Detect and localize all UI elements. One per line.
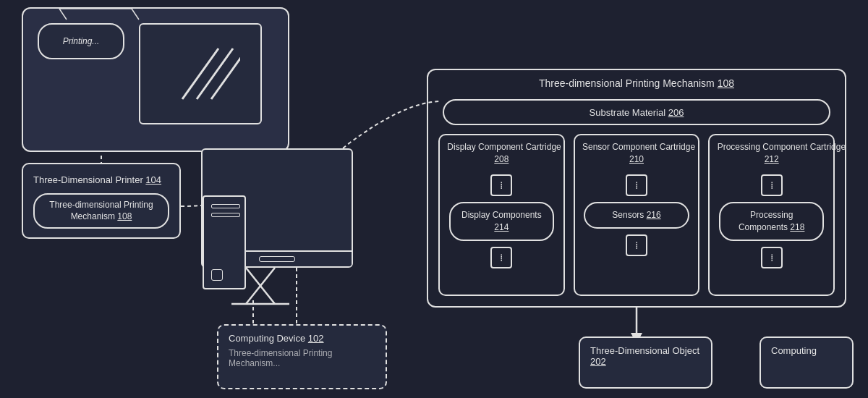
substrate-ref: 206 bbox=[668, 107, 684, 118]
computing-box: Computing bbox=[760, 336, 854, 389]
printing-label: Printing... bbox=[38, 23, 124, 59]
display-cartridge-ref: 208 bbox=[494, 154, 509, 164]
computing-device-box: Computing Device 102 Three-dimensional P… bbox=[217, 324, 387, 389]
object-ref: 202 bbox=[590, 356, 606, 367]
computer-tower bbox=[203, 195, 246, 289]
display-cartridge-box: Display Component Cartridge 208 ⁞ Displa… bbox=[438, 134, 565, 296]
processing-component-ref: 218 bbox=[790, 222, 804, 232]
display-component-box: Display Components 214 bbox=[449, 202, 554, 241]
printer-mechanism-sub: Three-dimensional Printing Mechanism 108 bbox=[33, 193, 169, 229]
processing-component-box: Processing Components 218 bbox=[719, 202, 824, 241]
tower-slot2 bbox=[211, 213, 240, 217]
substrate-box: Substrate Material 206 bbox=[443, 99, 830, 125]
object-label: Three-Dimensional Object bbox=[590, 345, 699, 356]
sensor-cartridge-title: Sensor Component Cartridge 210 bbox=[582, 141, 691, 166]
processing-cartridge-title: Processing Component Cartridge 212 bbox=[718, 141, 826, 166]
display-cartridge-label: Display Component Cartridge bbox=[447, 142, 561, 152]
mechanism-sub-label: Three-dimensional Printing Mechanism bbox=[49, 200, 153, 222]
computing-label: Computing bbox=[771, 345, 817, 356]
computing-device-sub-text: Three-dimensional Printing Mechanism bbox=[229, 348, 332, 368]
printer-main: Printing... bbox=[22, 7, 289, 152]
display-connector-bottom: ⁞ bbox=[490, 247, 512, 268]
mechanism-title-text: Three-dimensional Printing Mechanism bbox=[539, 77, 715, 89]
tower-button bbox=[211, 269, 223, 281]
sensor-cartridge-ref: 210 bbox=[629, 154, 644, 164]
display-cartridge-title: Display Component Cartridge 208 bbox=[447, 141, 556, 166]
computing-device-label: Computing Device bbox=[229, 333, 305, 344]
sensor-connector-bottom: ⁞ bbox=[626, 234, 647, 256]
mechanism-title-ref: 108 bbox=[718, 77, 734, 89]
computing-device-sub: Three-dimensional Printing Mechanism... bbox=[229, 348, 375, 368]
cartridges-container: Display Component Cartridge 208 ⁞ Displa… bbox=[438, 134, 835, 296]
sensor-component-box: Sensors 216 bbox=[584, 202, 689, 229]
processing-component-label: Processing Components bbox=[739, 210, 793, 232]
mechanism-outer-box: Three-dimensional Printing Mechanism 108… bbox=[427, 69, 846, 308]
sensor-connector-top: ⁞ bbox=[626, 174, 647, 196]
printer-info-title: Three-Dimensional Printer 104 bbox=[33, 173, 169, 187]
substrate-label: Substrate Material bbox=[590, 107, 666, 118]
sensor-component-label: Sensors bbox=[612, 210, 644, 220]
svg-line-6 bbox=[246, 268, 275, 304]
processing-cartridge-label: Processing Component Cartridge bbox=[718, 142, 846, 152]
tower-slot1 bbox=[211, 204, 240, 208]
computing-device-ref: 102 bbox=[308, 333, 324, 344]
processing-connector-bottom: ⁞ bbox=[761, 247, 783, 268]
printer-main-ref: 104 bbox=[145, 174, 161, 185]
processing-connector-top: ⁞ bbox=[761, 174, 783, 196]
processing-cartridge-ref: 212 bbox=[765, 154, 779, 164]
printer-info-box: Three-Dimensional Printer 104 Three-dime… bbox=[22, 163, 181, 239]
sensor-component-ref: 216 bbox=[647, 210, 661, 220]
svg-line-8 bbox=[182, 48, 218, 99]
svg-line-5 bbox=[246, 268, 275, 304]
monitor-indicator bbox=[259, 256, 295, 262]
printer-screen bbox=[139, 23, 262, 124]
printer-main-label: Three-Dimensional Printer bbox=[33, 174, 143, 185]
screen-lines-svg bbox=[161, 41, 240, 106]
display-component-ref: 214 bbox=[494, 222, 509, 232]
printing-text: Printing... bbox=[63, 36, 100, 46]
display-connector-top: ⁞ bbox=[490, 174, 512, 196]
svg-line-12 bbox=[132, 9, 139, 20]
mechanism-sub-ref: 108 bbox=[117, 211, 132, 221]
processing-cartridge-box: Processing Component Cartridge 212 ⁞ Pro… bbox=[708, 134, 835, 296]
svg-line-9 bbox=[197, 48, 233, 99]
three-d-object-box: Three-Dimensional Object 202 bbox=[579, 336, 712, 389]
mechanism-title: Three-dimensional Printing Mechanism 108 bbox=[539, 77, 734, 89]
sensor-cartridge-box: Sensor Component Cartridge 210 ⁞ Sensors… bbox=[574, 134, 700, 296]
display-component-label: Display Components bbox=[461, 210, 542, 220]
computing-device-title: Computing Device 102 bbox=[229, 333, 375, 344]
svg-line-13 bbox=[59, 9, 67, 20]
sensor-cartridge-label: Sensor Component Cartridge bbox=[582, 142, 695, 152]
